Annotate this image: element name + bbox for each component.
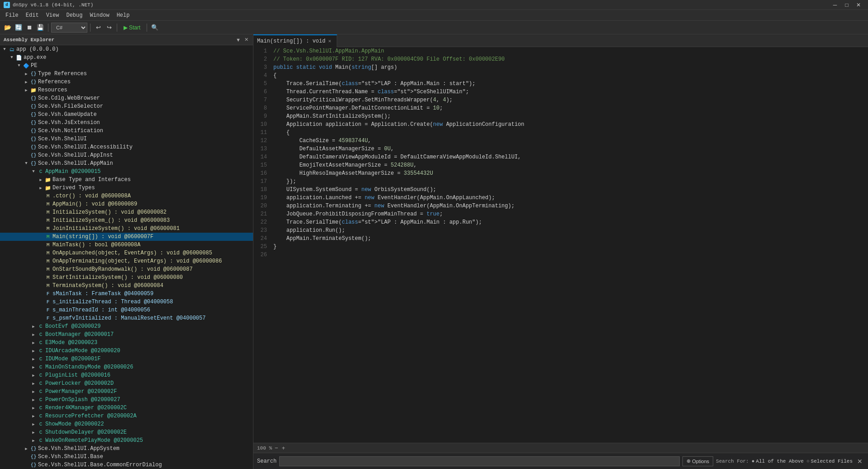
tree-item[interactable]: MJoinInitializeSystem() : void @06000081 xyxy=(0,225,253,233)
tree-item[interactable]: ▶CBootEvf @02000029 xyxy=(0,322,253,330)
line-content[interactable]: public static void Main(string[] args) xyxy=(272,63,868,72)
line-content[interactable]: HighResoImageAssetManagerSize = 33554432… xyxy=(272,169,868,177)
zoom-minus-button[interactable]: − xyxy=(274,445,279,451)
menu-file[interactable]: File xyxy=(2,10,22,21)
line-content[interactable]: CacheSize = 45983744U, xyxy=(272,137,868,145)
expand-icon[interactable]: ▶ xyxy=(30,381,37,386)
tree-item[interactable]: ▶{}Type References xyxy=(0,70,253,78)
line-content[interactable]: } xyxy=(272,243,868,251)
expand-icon[interactable]: ▼ xyxy=(1,47,8,52)
assembly-tree[interactable]: ▼🗂app (0.0.0.0)▼📄app.exe▼🔷PE▶{}Type Refe… xyxy=(0,45,253,469)
line-content[interactable]: // Sce.Vsh.ShellUI.AppMain.AppMain xyxy=(272,47,868,55)
line-content[interactable]: application.Run(); xyxy=(272,226,868,234)
search-option-files[interactable]: ○ Selected Files xyxy=(806,459,853,464)
tree-item[interactable]: {}Sce.Vsh.ShellUI xyxy=(0,135,253,143)
tree-item[interactable]: MOnAppTerminating(object, EventArgs) : v… xyxy=(0,257,253,265)
tree-item[interactable]: M.ctor() : void @0600008A xyxy=(0,192,253,200)
tree-item[interactable]: Fs_psmfvInitialized : ManualResetEvent @… xyxy=(0,314,253,322)
line-content[interactable]: EmojiTextAssetManagerSize = 524288U, xyxy=(272,161,868,169)
expand-icon[interactable]: ▶ xyxy=(30,414,37,419)
line-content[interactable]: Trace.SerialTime(class="st">"LAP : AppMa… xyxy=(272,218,868,226)
tree-item[interactable]: ▶CMainOnStandbyMode @02000026 xyxy=(0,363,253,371)
menu-view[interactable]: View xyxy=(43,10,63,21)
line-content[interactable]: Application application = Application.Cr… xyxy=(272,120,868,129)
expand-icon[interactable]: ▶ xyxy=(30,357,37,362)
expand-icon[interactable]: ▼ xyxy=(30,169,37,174)
minimize-button[interactable]: ─ xyxy=(829,0,841,10)
tree-item[interactable]: MMainTask() : bool @0600008A xyxy=(0,241,253,249)
tab-close-button[interactable]: ✕ xyxy=(328,38,331,44)
expand-icon[interactable]: ▶ xyxy=(23,80,30,85)
redo-button[interactable]: ↪ xyxy=(104,23,114,33)
line-content[interactable]: { xyxy=(272,129,868,137)
expand-icon[interactable]: ▶ xyxy=(30,324,37,329)
tree-item[interactable]: MMain(string[]) : void @0600007F xyxy=(0,233,253,241)
collapse-panel-button[interactable]: ▼ xyxy=(235,37,242,43)
tree-item[interactable]: ▶CBootManager @02000017 xyxy=(0,330,253,339)
line-content[interactable]: AppMain.TerminateSystem(); xyxy=(272,234,868,243)
search-input[interactable] xyxy=(279,456,680,466)
tree-item[interactable]: ▶CE3Mode @02000023 xyxy=(0,339,253,347)
zoom-plus-button[interactable]: + xyxy=(281,445,286,451)
line-content[interactable]: Thread.CurrentThread.Name = class="st">"… xyxy=(272,88,868,96)
line-content[interactable]: AppMain.StartInitializeSystem(); xyxy=(272,112,868,120)
tree-item[interactable]: {}Sce.Vsh.GameUpdate xyxy=(0,110,253,119)
refresh-button[interactable]: 🔄 xyxy=(14,23,24,33)
expand-icon[interactable]: ▶ xyxy=(23,446,30,451)
tree-item[interactable]: ▶📁Resources xyxy=(0,86,253,94)
tree-item[interactable]: ▶📁Base Type and Interfaces xyxy=(0,176,253,184)
expand-icon[interactable]: ▶ xyxy=(30,397,37,402)
expand-icon[interactable]: ▶ xyxy=(30,373,37,378)
expand-icon[interactable]: ▶ xyxy=(30,365,37,370)
close-panel-button[interactable]: ✕ xyxy=(243,37,249,43)
tree-item[interactable]: ▶CPluginList @02000016 xyxy=(0,371,253,379)
options-button[interactable]: ⊕ Options xyxy=(682,456,713,466)
line-content[interactable]: ServicePointManager.DefaultConnectionLim… xyxy=(272,104,868,112)
menu-edit[interactable]: Edit xyxy=(22,10,43,21)
expand-icon[interactable]: ▶ xyxy=(30,389,37,394)
stop-button[interactable]: ⏹ xyxy=(24,23,34,33)
line-content[interactable]: }); xyxy=(272,177,868,186)
tree-item[interactable]: ▼🗂app (0.0.0.0) xyxy=(0,45,253,53)
expand-icon[interactable]: ▶ xyxy=(30,430,37,435)
tree-item[interactable]: {}Sce.Vsh.JsExtension xyxy=(0,119,253,127)
tree-item[interactable]: MInitializeSystem_() : void @06000083 xyxy=(0,216,253,225)
tree-item[interactable]: MTerminateSystem() : void @06000084 xyxy=(0,282,253,290)
expand-icon[interactable]: ▶ xyxy=(23,88,30,93)
tree-item[interactable]: ▼📄app.exe xyxy=(0,53,253,62)
search-close-button[interactable]: ✕ xyxy=(855,458,864,465)
tree-item[interactable]: {}Sce.Vsh.FileSelector xyxy=(0,102,253,110)
line-content[interactable]: DefaultCameraViewAppModuleId = DefaultCa… xyxy=(272,153,868,161)
tree-item[interactable]: MAppMain() : void @06000089 xyxy=(0,200,253,208)
line-content[interactable]: application.Terminating += new EventHand… xyxy=(272,202,868,210)
tree-item[interactable]: ▶{}References xyxy=(0,78,253,86)
search-option-all[interactable]: ● All of the Above xyxy=(752,459,804,464)
code-area[interactable]: 1// Sce.Vsh.ShellUI.AppMain.AppMain2// T… xyxy=(253,47,868,443)
menu-debug[interactable]: Debug xyxy=(62,10,86,21)
language-dropdown[interactable]: C# xyxy=(51,23,87,33)
tree-item[interactable]: MOnStartSoundByRandomwalk() : void @0600… xyxy=(0,265,253,273)
expand-icon[interactable]: ▶ xyxy=(30,349,37,354)
tree-item[interactable]: {}Sce.Vsh.ShellUI.AppInst xyxy=(0,151,253,159)
expand-icon[interactable]: ▶ xyxy=(30,332,37,337)
tree-item[interactable]: ▶CIDUArcadeMode @02000020 xyxy=(0,347,253,355)
line-content[interactable]: UISystem.SystemSound = new OrbisSystemSo… xyxy=(272,186,868,194)
line-content[interactable] xyxy=(272,251,868,259)
line-content[interactable]: { xyxy=(272,72,868,80)
save-button[interactable]: 💾 xyxy=(35,23,45,33)
tree-item[interactable]: ▶CPowerLocker @0200002D xyxy=(0,379,253,388)
expand-icon[interactable]: ▼ xyxy=(15,63,23,68)
tree-item[interactable]: ▼{}Sce.Vsh.ShellUI.AppMain xyxy=(0,159,253,168)
expand-icon[interactable]: ▶ xyxy=(30,422,37,427)
tree-item[interactable]: ▼🔷PE xyxy=(0,62,253,70)
tree-item[interactable]: MInitializeSystem() : void @06000082 xyxy=(0,208,253,216)
expand-icon[interactable]: ▼ xyxy=(8,55,15,60)
tree-item[interactable]: MStartInitializeSystem() : void @0600008… xyxy=(0,273,253,282)
tree-item[interactable]: ▶{}Sce.Vsh.ShellUI.AppSystem xyxy=(0,445,253,453)
tree-item[interactable]: {}Sce.Vsh.ShellUI.Base xyxy=(0,453,253,461)
tree-item[interactable]: Fs_mainThreadId : int @04000056 xyxy=(0,306,253,314)
tree-item[interactable]: ▶📁Derived Types xyxy=(0,184,253,192)
line-content[interactable]: JobQueue.ProhibitDisposingFromMainThread… xyxy=(272,210,868,218)
tree-item[interactable]: ▶CPowerOnSplash @02000027 xyxy=(0,396,253,404)
tree-item[interactable]: Fs_initializeThread : Thread @04000058 xyxy=(0,298,253,306)
